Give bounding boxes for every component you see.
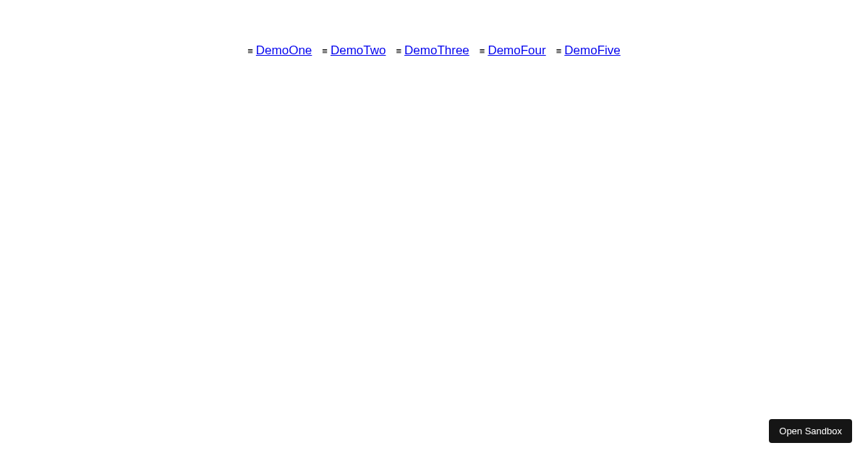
- nav-link-demo-two[interactable]: DemoTwo: [331, 43, 386, 58]
- nav-item[interactable]: ≡ DemoThree: [396, 43, 469, 58]
- nav-item[interactable]: ≡ DemoFour: [480, 43, 546, 58]
- open-sandbox-button[interactable]: Open Sandbox: [769, 419, 852, 443]
- drag-handle-icon[interactable]: ≡: [396, 46, 401, 56]
- drag-handle-icon[interactable]: ≡: [322, 46, 328, 56]
- nav-item[interactable]: ≡ DemoFive: [556, 43, 621, 58]
- nav-list: ≡ DemoOne ≡ DemoTwo ≡ DemoThree ≡ DemoFo…: [0, 0, 868, 58]
- nav-link-demo-five[interactable]: DemoFive: [564, 43, 620, 58]
- nav-link-demo-one[interactable]: DemoOne: [256, 43, 312, 58]
- drag-handle-icon[interactable]: ≡: [247, 46, 253, 56]
- nav-link-demo-three[interactable]: DemoThree: [404, 43, 469, 58]
- nav-item[interactable]: ≡ DemoOne: [247, 43, 312, 58]
- nav-item[interactable]: ≡ DemoTwo: [322, 43, 386, 58]
- nav-link-demo-four[interactable]: DemoFour: [488, 43, 545, 58]
- drag-handle-icon[interactable]: ≡: [480, 46, 485, 56]
- drag-handle-icon[interactable]: ≡: [556, 46, 562, 56]
